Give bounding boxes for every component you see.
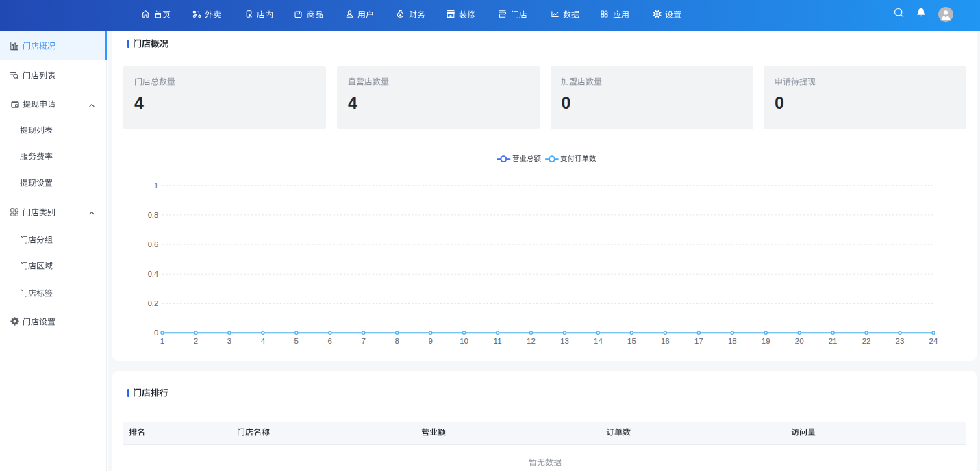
svg-text:1: 1 [154, 181, 158, 190]
svg-text:3: 3 [227, 337, 231, 345]
svg-text:7: 7 [361, 337, 365, 345]
svg-text:8: 8 [394, 337, 399, 345]
svg-text:10: 10 [460, 337, 468, 345]
svg-text:16: 16 [661, 337, 670, 345]
svg-text:5: 5 [294, 337, 299, 345]
svg-text:19: 19 [762, 337, 770, 345]
svg-text:24: 24 [929, 337, 938, 345]
svg-text:20: 20 [795, 337, 804, 345]
svg-text:4: 4 [261, 337, 266, 345]
svg-text:18: 18 [728, 337, 737, 345]
svg-text:0.6: 0.6 [148, 240, 158, 249]
svg-text:0.2: 0.2 [148, 299, 158, 307]
svg-text:12: 12 [527, 337, 536, 345]
svg-text:2: 2 [194, 337, 198, 345]
svg-text:11: 11 [494, 337, 502, 345]
svg-text:17: 17 [694, 337, 703, 345]
svg-text:0: 0 [154, 329, 158, 337]
svg-text:1: 1 [160, 337, 164, 345]
svg-text:21: 21 [829, 337, 838, 345]
svg-text:13: 13 [560, 337, 569, 345]
svg-text:6: 6 [328, 337, 332, 345]
svg-text:23: 23 [896, 337, 905, 345]
svg-text:14: 14 [594, 337, 603, 345]
svg-text:9: 9 [428, 337, 432, 345]
svg-text:15: 15 [627, 337, 636, 345]
svg-text:0.4: 0.4 [148, 270, 158, 278]
svg-text:22: 22 [862, 337, 871, 345]
svg-text:0.8: 0.8 [148, 211, 158, 219]
